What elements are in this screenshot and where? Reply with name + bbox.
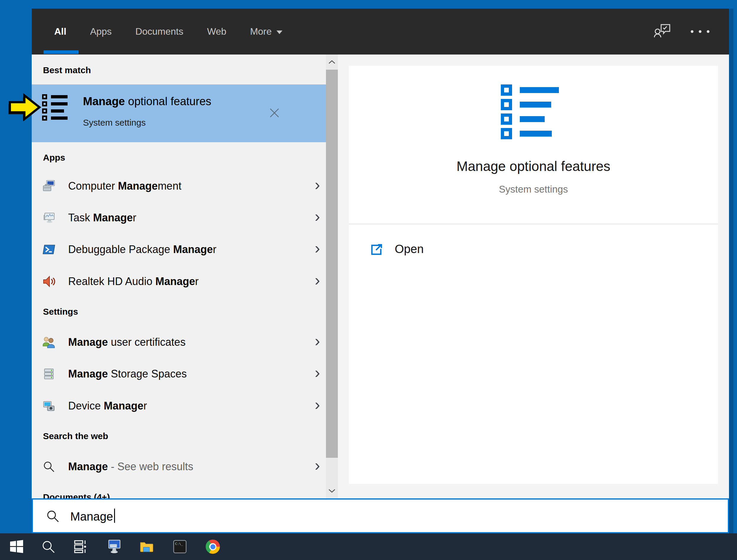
file-explorer-button[interactable] [133, 533, 160, 560]
scroll-up-button[interactable] [326, 55, 338, 70]
divider [349, 223, 718, 225]
best-match-title: Manage optional features [83, 95, 211, 108]
optional-features-list-icon [42, 94, 68, 121]
results-panel: Best match Manage optional features Syst… [32, 55, 326, 498]
svg-text:C:\_: C:\_ [175, 542, 183, 546]
best-match-result[interactable]: Manage optional features System settings [32, 84, 326, 142]
search-input[interactable]: Manage [32, 498, 729, 533]
preview-card: Manage optional features System settings… [349, 66, 718, 484]
tab-more[interactable]: More [250, 26, 282, 37]
filter-tabs: All Apps Documents Web More [54, 9, 282, 55]
chevron-right-icon: › [315, 175, 320, 194]
pc-keyboard-icon [106, 539, 122, 554]
search-filter-header: All Apps Documents Web More [32, 9, 729, 55]
open-action[interactable]: Open [349, 235, 718, 263]
realtek-audio-icon [42, 275, 55, 288]
section-heading-best-match: Best match [43, 64, 91, 76]
results-scrollbar[interactable] [326, 55, 338, 498]
chevron-down-icon [328, 489, 335, 493]
computer-management-icon [42, 180, 55, 193]
taskbar: C:\_ [0, 533, 737, 560]
result-label: Manage - See web results [68, 460, 193, 473]
result-task-manager[interactable]: Task Manager › [32, 204, 326, 232]
chevron-right-icon: › [315, 271, 320, 289]
result-manage-storage-spaces[interactable]: Manage Storage Spaces › [32, 360, 326, 388]
result-label: Debuggable Package Manager [68, 243, 216, 256]
task-view-button[interactable] [67, 533, 93, 560]
ellipsis-icon [691, 30, 709, 33]
result-label: Task Manager [68, 212, 136, 224]
remote-desktop-app-button[interactable] [101, 533, 127, 560]
results-content: Best match Manage optional features Syst… [32, 55, 729, 498]
tab-apps[interactable]: Apps [90, 26, 112, 37]
chevron-right-icon: › [315, 456, 320, 474]
chrome-icon [206, 540, 220, 554]
task-view-icon [73, 539, 87, 554]
desktop: { "flyout": { "tabs": { "all": "All", "a… [0, 0, 737, 560]
tab-documents[interactable]: Documents [135, 26, 183, 37]
storage-spaces-icon [42, 367, 55, 380]
search-icon [42, 460, 55, 473]
folder-icon [139, 539, 154, 554]
more-options-button[interactable] [691, 30, 709, 33]
chevron-right-icon: › [315, 207, 320, 225]
section-heading-settings: Settings [43, 306, 78, 318]
open-label: Open [395, 242, 424, 256]
chevron-right-icon: › [315, 239, 320, 257]
user-certificates-icon [42, 336, 55, 349]
open-external-icon [370, 242, 383, 256]
result-manage-user-certificates[interactable]: Manage user certificates › [32, 328, 326, 356]
tab-all[interactable]: All [54, 26, 66, 37]
section-heading-apps: Apps [43, 152, 65, 164]
active-tab-indicator [44, 50, 79, 54]
remove-from-history-button[interactable] [269, 108, 280, 118]
optional-features-large-icon [501, 84, 563, 139]
result-label: Computer Management [68, 180, 181, 192]
result-label: Manage user certificates [68, 336, 186, 348]
preview-title: Manage optional features [349, 158, 718, 174]
tab-more-label: More [250, 26, 272, 37]
powershell-icon [42, 243, 55, 256]
result-device-manager[interactable]: Device Manager › [32, 392, 326, 420]
preview-panel: Manage optional features System settings… [338, 55, 729, 498]
search-query-text: Manage [70, 509, 115, 523]
chrome-button[interactable] [199, 533, 226, 560]
search-flyout-window: All Apps Documents Web More [32, 9, 729, 533]
chevron-right-icon: › [315, 332, 320, 350]
scroll-down-button[interactable] [326, 483, 338, 498]
section-heading-search-web: Search the web [43, 430, 108, 442]
user-feedback-icon [654, 23, 671, 40]
result-computer-management[interactable]: Computer Management › [32, 172, 326, 200]
chevron-up-icon [328, 60, 335, 64]
command-prompt-button[interactable]: C:\_ [167, 533, 193, 560]
search-icon [41, 539, 56, 554]
task-manager-icon [42, 211, 55, 224]
tab-web[interactable]: Web [207, 26, 226, 37]
best-match-subtitle: System settings [83, 118, 146, 128]
result-label: Device Manager [68, 400, 147, 412]
text-cursor [114, 509, 115, 523]
annotation-arrow-icon [8, 91, 43, 124]
chevron-right-icon: › [315, 395, 320, 414]
search-icon [46, 509, 60, 523]
scrollbar-thumb[interactable] [326, 70, 338, 458]
taskbar-search-button[interactable] [35, 533, 62, 560]
result-debuggable-package-manager[interactable]: Debuggable Package Manager › [32, 235, 326, 264]
preview-subtitle: System settings [349, 184, 718, 195]
result-realtek-hd-audio-manager[interactable]: Realtek HD Audio Manager › [32, 267, 326, 296]
close-icon [269, 108, 280, 118]
feedback-button[interactable] [654, 23, 671, 40]
windows-logo-icon [9, 539, 24, 554]
section-heading-documents: Documents (4+) [43, 491, 110, 498]
chevron-right-icon: › [315, 363, 320, 382]
start-button[interactable] [3, 533, 30, 560]
device-manager-icon [42, 399, 55, 412]
chevron-down-icon [276, 31, 282, 34]
result-label: Manage Storage Spaces [68, 368, 187, 380]
result-web-search[interactable]: Manage - See web results › [32, 452, 326, 481]
console-icon: C:\_ [172, 539, 187, 554]
result-label: Realtek HD Audio Manager [68, 275, 199, 288]
